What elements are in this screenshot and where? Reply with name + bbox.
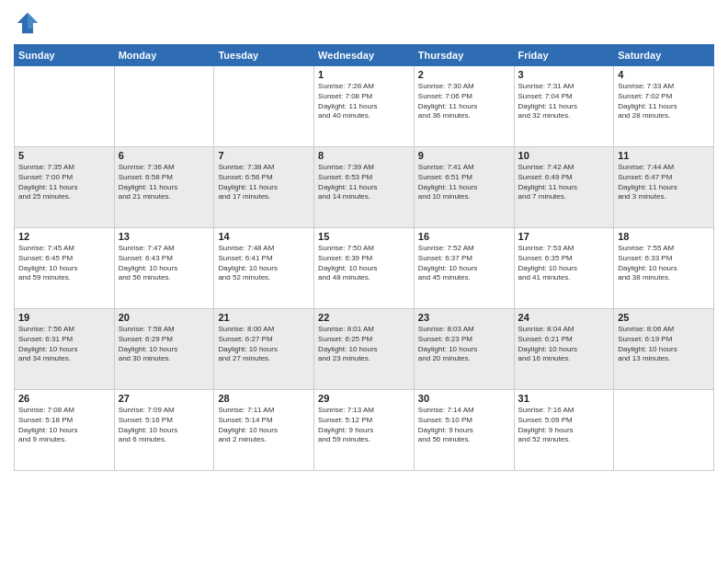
calendar-cell: 27Sunrise: 7:09 AM Sunset: 5:16 PM Dayli…: [114, 390, 214, 471]
day-number: 24: [518, 312, 610, 323]
day-header-wednesday: Wednesday: [314, 45, 415, 66]
calendar-week-row: 19Sunrise: 7:56 AM Sunset: 6:31 PM Dayli…: [15, 309, 714, 390]
day-number: 10: [518, 150, 610, 161]
calendar-cell: 15Sunrise: 7:50 AM Sunset: 6:39 PM Dayli…: [314, 228, 415, 309]
day-number: 12: [18, 231, 110, 242]
day-number: 11: [618, 150, 710, 161]
day-info: Sunrise: 7:09 AM Sunset: 5:16 PM Dayligh…: [119, 406, 210, 445]
day-info: Sunrise: 7:33 AM Sunset: 7:02 PM Dayligh…: [618, 82, 710, 121]
day-header-sunday: Sunday: [15, 45, 115, 66]
day-number: 23: [418, 312, 510, 323]
day-number: 8: [318, 150, 410, 161]
calendar-cell: 1Sunrise: 7:28 AM Sunset: 7:08 PM Daylig…: [314, 66, 415, 147]
day-header-friday: Friday: [514, 45, 614, 66]
day-info: Sunrise: 8:06 AM Sunset: 6:19 PM Dayligh…: [618, 325, 710, 364]
day-info: Sunrise: 7:28 AM Sunset: 7:08 PM Dayligh…: [318, 82, 410, 121]
day-info: Sunrise: 7:16 AM Sunset: 5:09 PM Dayligh…: [518, 406, 610, 445]
day-number: 7: [218, 150, 310, 161]
logo-icon: [14, 9, 41, 37]
day-header-thursday: Thursday: [414, 45, 514, 66]
day-info: Sunrise: 7:36 AM Sunset: 6:58 PM Dayligh…: [119, 163, 210, 202]
day-info: Sunrise: 7:08 AM Sunset: 5:18 PM Dayligh…: [18, 406, 110, 445]
day-info: Sunrise: 8:03 AM Sunset: 6:23 PM Dayligh…: [418, 325, 510, 364]
calendar-cell: 25Sunrise: 8:06 AM Sunset: 6:19 PM Dayli…: [614, 309, 714, 390]
day-info: Sunrise: 7:31 AM Sunset: 7:04 PM Dayligh…: [518, 82, 610, 121]
day-number: 3: [518, 69, 610, 80]
day-number: 20: [119, 312, 210, 323]
day-number: 30: [418, 393, 510, 404]
day-number: 19: [18, 312, 110, 323]
calendar-week-row: 1Sunrise: 7:28 AM Sunset: 7:08 PM Daylig…: [15, 66, 714, 147]
calendar-cell: [214, 66, 314, 147]
calendar-cell: 29Sunrise: 7:13 AM Sunset: 5:12 PM Dayli…: [314, 390, 415, 471]
day-info: Sunrise: 7:30 AM Sunset: 7:06 PM Dayligh…: [418, 82, 510, 121]
day-info: Sunrise: 7:14 AM Sunset: 5:10 PM Dayligh…: [418, 406, 510, 445]
day-number: 16: [418, 231, 510, 242]
calendar-table: SundayMondayTuesdayWednesdayThursdayFrid…: [14, 44, 714, 471]
calendar-cell: 28Sunrise: 7:11 AM Sunset: 5:14 PM Dayli…: [214, 390, 314, 471]
calendar-cell: 24Sunrise: 8:04 AM Sunset: 6:21 PM Dayli…: [514, 309, 614, 390]
calendar-cell: 21Sunrise: 8:00 AM Sunset: 6:27 PM Dayli…: [214, 309, 314, 390]
day-info: Sunrise: 7:38 AM Sunset: 6:56 PM Dayligh…: [218, 163, 310, 202]
calendar-cell: 20Sunrise: 7:58 AM Sunset: 6:29 PM Dayli…: [114, 309, 214, 390]
day-info: Sunrise: 7:41 AM Sunset: 6:51 PM Dayligh…: [418, 163, 510, 202]
calendar-cell: 18Sunrise: 7:55 AM Sunset: 6:33 PM Dayli…: [614, 228, 714, 309]
calendar-cell: 31Sunrise: 7:16 AM Sunset: 5:09 PM Dayli…: [514, 390, 614, 471]
calendar-cell: 12Sunrise: 7:45 AM Sunset: 6:45 PM Dayli…: [15, 228, 115, 309]
day-info: Sunrise: 7:58 AM Sunset: 6:29 PM Dayligh…: [119, 325, 210, 364]
day-number: 31: [518, 393, 610, 404]
day-header-monday: Monday: [114, 45, 214, 66]
day-info: Sunrise: 7:52 AM Sunset: 6:37 PM Dayligh…: [418, 244, 510, 283]
calendar-cell: [15, 66, 115, 147]
day-number: 25: [618, 312, 710, 323]
calendar-cell: 16Sunrise: 7:52 AM Sunset: 6:37 PM Dayli…: [414, 228, 514, 309]
day-info: Sunrise: 8:01 AM Sunset: 6:25 PM Dayligh…: [318, 325, 410, 364]
day-info: Sunrise: 7:11 AM Sunset: 5:14 PM Dayligh…: [218, 406, 310, 445]
calendar-cell: 22Sunrise: 8:01 AM Sunset: 6:25 PM Dayli…: [314, 309, 415, 390]
calendar-cell: 4Sunrise: 7:33 AM Sunset: 7:02 PM Daylig…: [614, 66, 714, 147]
page: SundayMondayTuesdayWednesdayThursdayFrid…: [0, 0, 728, 563]
day-number: 29: [318, 393, 410, 404]
day-header-saturday: Saturday: [614, 45, 714, 66]
calendar-cell: 6Sunrise: 7:36 AM Sunset: 6:58 PM Daylig…: [114, 147, 214, 228]
day-info: Sunrise: 7:48 AM Sunset: 6:41 PM Dayligh…: [218, 244, 310, 283]
day-info: Sunrise: 7:56 AM Sunset: 6:31 PM Dayligh…: [18, 325, 110, 364]
day-number: 6: [119, 150, 210, 161]
calendar-cell: [114, 66, 214, 147]
calendar-cell: 5Sunrise: 7:35 AM Sunset: 7:00 PM Daylig…: [15, 147, 115, 228]
day-number: 28: [218, 393, 310, 404]
day-info: Sunrise: 7:39 AM Sunset: 6:53 PM Dayligh…: [318, 163, 410, 202]
day-number: 26: [18, 393, 110, 404]
calendar-header-row: SundayMondayTuesdayWednesdayThursdayFrid…: [15, 45, 714, 66]
day-number: 27: [119, 393, 210, 404]
day-number: 22: [318, 312, 410, 323]
day-number: 21: [218, 312, 310, 323]
calendar-cell: 26Sunrise: 7:08 AM Sunset: 5:18 PM Dayli…: [15, 390, 115, 471]
day-info: Sunrise: 7:45 AM Sunset: 6:45 PM Dayligh…: [18, 244, 110, 283]
day-info: Sunrise: 7:50 AM Sunset: 6:39 PM Dayligh…: [318, 244, 410, 283]
day-number: 18: [618, 231, 710, 242]
day-header-tuesday: Tuesday: [214, 45, 314, 66]
calendar-cell: 10Sunrise: 7:42 AM Sunset: 6:49 PM Dayli…: [514, 147, 614, 228]
calendar-cell: 2Sunrise: 7:30 AM Sunset: 7:06 PM Daylig…: [414, 66, 514, 147]
calendar-cell: 8Sunrise: 7:39 AM Sunset: 6:53 PM Daylig…: [314, 147, 415, 228]
header: [14, 9, 714, 37]
svg-marker-1: [28, 13, 38, 29]
calendar-cell: 9Sunrise: 7:41 AM Sunset: 6:51 PM Daylig…: [414, 147, 514, 228]
calendar-cell: 7Sunrise: 7:38 AM Sunset: 6:56 PM Daylig…: [214, 147, 314, 228]
day-number: 2: [418, 69, 510, 80]
day-info: Sunrise: 7:55 AM Sunset: 6:33 PM Dayligh…: [618, 244, 710, 283]
day-number: 9: [418, 150, 510, 161]
day-info: Sunrise: 8:00 AM Sunset: 6:27 PM Dayligh…: [218, 325, 310, 364]
day-info: Sunrise: 7:44 AM Sunset: 6:47 PM Dayligh…: [618, 163, 710, 202]
calendar-cell: 3Sunrise: 7:31 AM Sunset: 7:04 PM Daylig…: [514, 66, 614, 147]
logo: [14, 9, 45, 37]
day-number: 5: [18, 150, 110, 161]
day-number: 14: [218, 231, 310, 242]
calendar-week-row: 12Sunrise: 7:45 AM Sunset: 6:45 PM Dayli…: [15, 228, 714, 309]
day-info: Sunrise: 7:42 AM Sunset: 6:49 PM Dayligh…: [518, 163, 610, 202]
calendar-cell: 14Sunrise: 7:48 AM Sunset: 6:41 PM Dayli…: [214, 228, 314, 309]
calendar-cell: 13Sunrise: 7:47 AM Sunset: 6:43 PM Dayli…: [114, 228, 214, 309]
calendar-cell: 23Sunrise: 8:03 AM Sunset: 6:23 PM Dayli…: [414, 309, 514, 390]
day-number: 4: [618, 69, 710, 80]
